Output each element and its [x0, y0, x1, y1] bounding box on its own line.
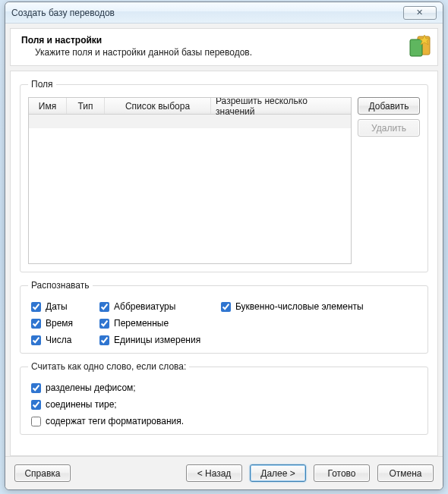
chk-alnum-label: Буквенно-числовые элементы [235, 301, 364, 312]
finish-button[interactable]: Готово [314, 464, 370, 482]
chk-alnum[interactable]: Буквенно-числовые элементы [221, 301, 420, 312]
chk-times[interactable]: Время [31, 318, 99, 329]
fields-group: Поля Имя Тип Список выбора Разрешить нес… [20, 79, 428, 272]
chk-hyphen-label: разделены дефисом; [46, 382, 136, 393]
page-title: Поля и настройки [21, 35, 430, 46]
col-list[interactable]: Список выбора [105, 98, 211, 114]
chk-acronyms-box[interactable] [99, 302, 109, 312]
chk-dates[interactable]: Даты [31, 301, 99, 312]
chk-tags-label: содержат теги форматирования. [46, 416, 184, 426]
add-button[interactable]: Добавить [358, 97, 420, 115]
chk-tags[interactable]: содержат теги форматирования. [31, 416, 420, 426]
cancel-button[interactable]: Отмена [377, 464, 434, 482]
chk-variables-box[interactable] [99, 319, 109, 329]
fields-table[interactable]: Имя Тип Список выбора Разрешить нескольк… [28, 97, 352, 264]
window-title: Создать базу переводов [11, 8, 403, 18]
chk-hyphen-box[interactable] [31, 383, 41, 393]
chk-dash-label: соединены тире; [46, 399, 117, 410]
table-row [29, 115, 351, 128]
page-subtitle: Укажите поля и настройки данной базы пер… [35, 47, 430, 58]
chk-times-box[interactable] [31, 319, 41, 329]
chk-numbers-label: Числа [46, 335, 71, 345]
chk-dash-box[interactable] [31, 400, 41, 410]
chk-hyphen[interactable]: разделены дефисом; [31, 382, 420, 393]
chk-units[interactable]: Единицы измерения [99, 335, 221, 345]
chk-times-label: Время [46, 318, 73, 329]
chk-numbers[interactable]: Числа [31, 335, 99, 345]
svg-rect-1 [410, 39, 422, 56]
next-button[interactable]: Далее > [250, 464, 306, 482]
wizard-footer: Справка < Назад Далее > Готово Отмена [5, 456, 443, 489]
chk-tags-box[interactable] [31, 417, 41, 426]
chk-acronyms[interactable]: Аббревиатуры [99, 301, 221, 312]
chk-units-label: Единицы измерения [114, 335, 200, 345]
back-button[interactable]: < Назад [186, 464, 242, 482]
close-icon: ✕ [416, 8, 424, 17]
col-type[interactable]: Тип [67, 98, 105, 114]
col-name[interactable]: Имя [29, 98, 67, 114]
chk-dash[interactable]: соединены тире; [31, 399, 420, 410]
chk-units-box[interactable] [99, 335, 109, 345]
fields-legend: Поля [28, 79, 56, 90]
oneword-group: Считать как одно слово, если слова: разд… [20, 361, 428, 435]
field-buttons: Добавить Удалить [358, 97, 420, 264]
delete-button[interactable]: Удалить [358, 119, 420, 137]
oneword-legend: Считать как одно слово, если слова: [28, 361, 189, 372]
client-area: Поля и настройки Укажите поля и настройк… [5, 24, 443, 489]
table-header: Имя Тип Список выбора Разрешить нескольк… [29, 98, 351, 115]
help-button[interactable]: Справка [14, 464, 71, 482]
chk-acronyms-label: Аббревиатуры [114, 301, 175, 312]
recognize-group: Распознавать Даты Аббревиатуры Буквенно-… [20, 280, 428, 354]
wizard-body: Поля Имя Тип Список выбора Разрешить нес… [10, 71, 438, 456]
chk-alnum-box[interactable] [221, 302, 231, 312]
recognize-legend: Распознавать [28, 280, 93, 291]
titlebar: Создать базу переводов ✕ [5, 2, 443, 24]
chk-variables-label: Переменные [114, 318, 169, 329]
wizard-window: Создать базу переводов ✕ Поля и настройк… [5, 2, 443, 490]
close-button[interactable]: ✕ [403, 6, 437, 20]
chk-dates-box[interactable] [31, 302, 41, 312]
wizard-header: Поля и настройки Укажите поля и настройк… [10, 28, 438, 66]
chk-dates-label: Даты [46, 301, 68, 312]
chk-numbers-box[interactable] [31, 335, 41, 345]
tm-icon [407, 33, 431, 58]
table-body [29, 115, 351, 263]
chk-variables[interactable]: Переменные [99, 318, 221, 329]
col-multi[interactable]: Разрешить несколько значений [211, 98, 351, 114]
